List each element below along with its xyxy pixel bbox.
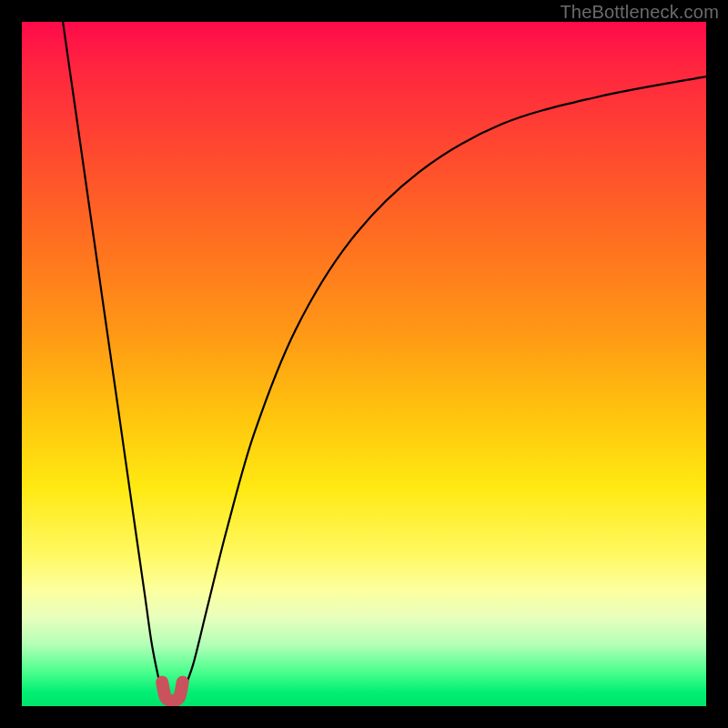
plot-area — [22, 22, 706, 706]
curve-right-branch — [183, 76, 706, 693]
trough-marker — [162, 682, 183, 701]
chart-frame: TheBottleneck.com — [0, 0, 728, 728]
curve-overlay — [22, 22, 706, 706]
curve-left-branch — [63, 22, 162, 693]
watermark-text: TheBottleneck.com — [560, 2, 719, 23]
